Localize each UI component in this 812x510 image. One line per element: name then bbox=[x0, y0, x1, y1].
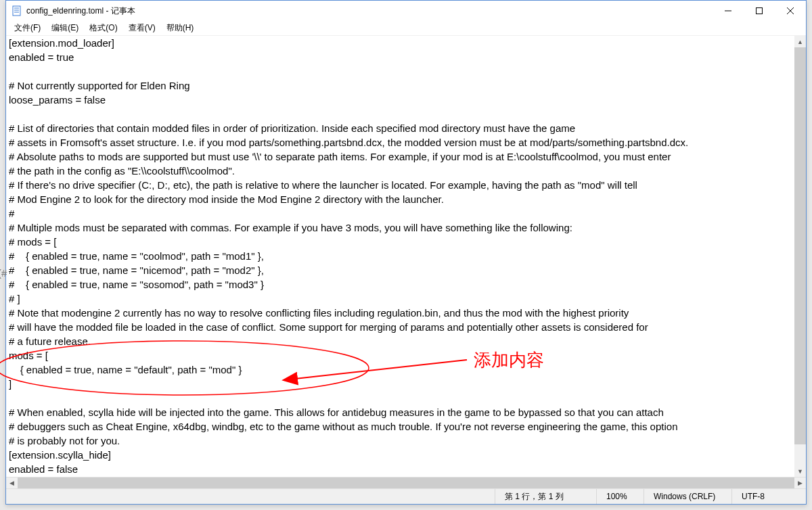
menu-file[interactable]: 文件(F) bbox=[9, 21, 46, 35]
editor-text[interactable]: [extension.mod_loader] enabled = true # … bbox=[6, 36, 806, 477]
status-caret-position: 第 1 行，第 1 列 bbox=[495, 489, 596, 504]
statusbar: 第 1 行，第 1 列 100% Windows (CRLF) UTF-8 bbox=[6, 488, 806, 504]
menu-format[interactable]: 格式(O) bbox=[84, 21, 122, 35]
cropped-external-text: ((# bbox=[0, 267, 7, 279]
scroll-left-arrow-icon[interactable]: ◀ bbox=[6, 478, 18, 488]
titlebar[interactable]: config_eldenring.toml - 记事本 bbox=[6, 1, 806, 21]
svg-rect-0 bbox=[13, 6, 20, 16]
svg-rect-5 bbox=[757, 8, 763, 14]
scroll-up-arrow-icon[interactable]: ▲ bbox=[794, 36, 806, 47]
annotation-label: 添加内容 bbox=[474, 348, 544, 372]
scroll-right-arrow-icon[interactable]: ▶ bbox=[794, 478, 806, 488]
horizontal-scrollbar[interactable]: ◀ ▶ bbox=[6, 477, 806, 488]
menu-help[interactable]: 帮助(H) bbox=[161, 21, 200, 35]
menu-view[interactable]: 查看(V) bbox=[123, 21, 161, 35]
editor-area: [extension.mod_loader] enabled = true # … bbox=[6, 36, 806, 488]
menu-edit[interactable]: 编辑(E) bbox=[46, 21, 84, 35]
notepad-icon bbox=[12, 5, 22, 16]
notepad-window: config_eldenring.toml - 记事本 文件(F) 编辑(E) … bbox=[5, 0, 807, 505]
status-encoding: UTF-8 bbox=[731, 489, 806, 504]
maximize-button[interactable] bbox=[744, 1, 775, 21]
close-button[interactable] bbox=[775, 1, 806, 21]
vertical-scroll-thumb[interactable] bbox=[794, 47, 806, 444]
horizontal-scroll-thumb[interactable] bbox=[18, 478, 794, 488]
scroll-down-arrow-icon[interactable]: ▼ bbox=[794, 465, 806, 477]
status-zoom: 100% bbox=[596, 489, 644, 504]
window-title: config_eldenring.toml - 记事本 bbox=[26, 5, 135, 17]
minimize-button[interactable] bbox=[713, 1, 744, 21]
status-line-ending: Windows (CRLF) bbox=[644, 489, 731, 504]
vertical-scrollbar[interactable]: ▲ ▼ bbox=[794, 36, 806, 477]
menubar: 文件(F) 编辑(E) 格式(O) 查看(V) 帮助(H) bbox=[6, 21, 806, 36]
